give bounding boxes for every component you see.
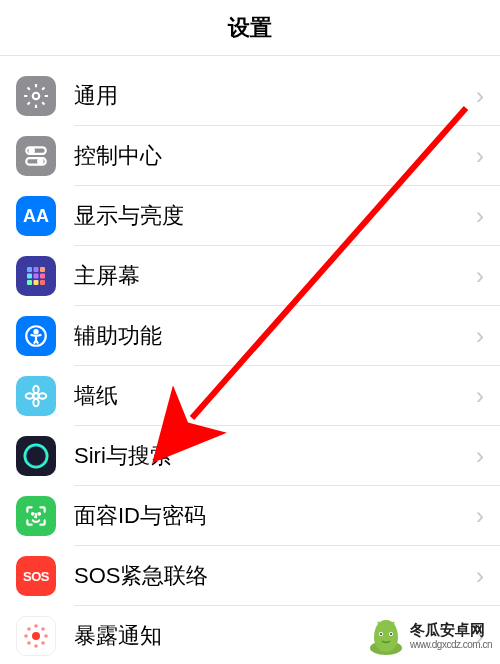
chevron-right-icon: › [476,622,484,650]
row-label: 辅助功能 [74,321,476,351]
svg-rect-5 [27,267,32,272]
text-size-icon: AA [16,196,56,236]
face-id-icon [16,496,56,536]
row-label: 显示与亮度 [74,201,476,231]
svg-point-21 [25,445,47,467]
svg-point-4 [38,159,42,163]
chevron-right-icon: › [476,322,484,350]
row-general[interactable]: 通用 › [0,66,500,126]
svg-point-30 [41,627,45,631]
row-label: 墙纸 [74,381,476,411]
row-wallpaper[interactable]: 墙纸 › [0,366,500,426]
flower-icon [16,376,56,416]
svg-point-20 [39,393,47,398]
chevron-right-icon: › [476,442,484,470]
row-siri[interactable]: Siri与搜索 › [0,426,500,486]
row-label: 控制中心 [74,141,476,171]
svg-point-15 [34,330,37,333]
svg-rect-7 [40,267,45,272]
svg-point-22 [32,513,34,515]
chevron-right-icon: › [476,502,484,530]
svg-point-28 [44,634,48,638]
chevron-right-icon: › [476,562,484,590]
svg-point-17 [33,386,38,394]
exposure-icon [16,616,56,656]
settings-list: 通用 › 控制中心 › AA 显示与亮度 › 主屏幕 › [0,66,500,664]
row-display[interactable]: AA 显示与亮度 › [0,186,500,246]
chevron-right-icon: › [476,82,484,110]
svg-point-24 [32,632,40,640]
svg-point-27 [24,634,28,638]
svg-point-18 [33,399,38,407]
svg-point-32 [41,641,45,645]
row-sos[interactable]: SOS SOS紧急联络 › [0,546,500,606]
svg-rect-12 [34,280,39,285]
page-title: 设置 [228,13,272,43]
row-home-screen[interactable]: 主屏幕 › [0,246,500,306]
chevron-right-icon: › [476,202,484,230]
svg-point-19 [26,393,34,398]
row-accessibility[interactable]: 辅助功能 › [0,306,500,366]
svg-point-3 [30,148,34,152]
row-exposure[interactable]: 暴露通知 › [0,606,500,664]
chevron-right-icon: › [476,382,484,410]
svg-rect-8 [27,274,32,279]
svg-rect-9 [34,274,39,279]
svg-point-23 [38,513,40,515]
toggles-icon [16,136,56,176]
row-faceid[interactable]: 面容ID与密码 › [0,486,500,546]
svg-point-0 [33,93,40,100]
svg-rect-6 [34,267,39,272]
home-grid-icon [16,256,56,296]
header: 设置 [0,0,500,56]
chevron-right-icon: › [476,142,484,170]
svg-rect-13 [40,280,45,285]
svg-point-25 [34,624,38,628]
sos-icon: SOS [16,556,56,596]
row-control-center[interactable]: 控制中心 › [0,126,500,186]
row-label: 通用 [74,81,476,111]
row-label: 主屏幕 [74,261,476,291]
row-label: 暴露通知 [74,621,476,651]
svg-rect-11 [27,280,32,285]
chevron-right-icon: › [476,262,484,290]
accessibility-icon [16,316,56,356]
row-label: SOS紧急联络 [74,561,476,591]
siri-icon [16,436,56,476]
row-label: Siri与搜索 [74,441,476,471]
svg-point-29 [27,627,31,631]
svg-point-31 [27,641,31,645]
row-label: 面容ID与密码 [74,501,476,531]
gear-icon [16,76,56,116]
svg-point-26 [34,644,38,648]
svg-rect-10 [40,274,45,279]
